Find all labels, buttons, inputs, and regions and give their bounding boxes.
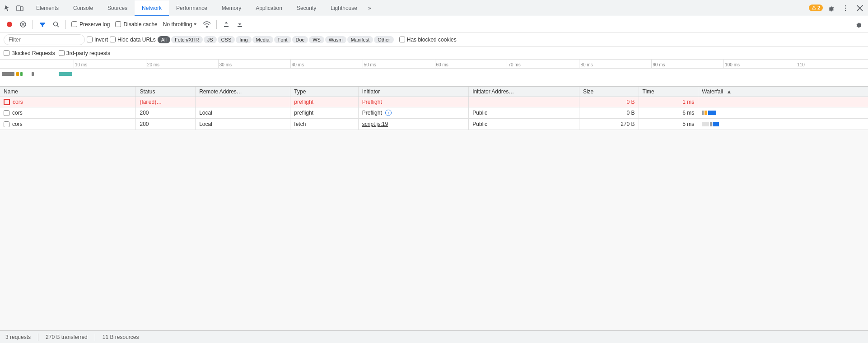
svg-rect-0 <box>17 6 20 11</box>
disable-cache-label: Disable cache <box>123 21 157 28</box>
ruler-tick-5: 50 ms <box>363 60 435 68</box>
tab-memory[interactable]: Memory <box>215 0 248 16</box>
timeline-area[interactable]: 10 ms 20 ms 30 ms 40 ms 50 ms 60 ms 70 m… <box>0 60 868 87</box>
third-party-requests-checkbox[interactable] <box>59 50 65 56</box>
tab-lighthouse[interactable]: Lighthouse <box>323 0 364 16</box>
row2-size: 0 B <box>579 107 639 119</box>
row3-remote-address: Local <box>196 119 290 130</box>
row2-name-cell: cors <box>0 107 136 119</box>
blocked-bar: Blocked Requests 3rd-party requests <box>0 47 868 60</box>
more-options-icon[interactable] <box>839 2 852 14</box>
row1-name: cors <box>13 99 23 105</box>
tab-bar-right: ⚠ 2 <box>809 2 866 14</box>
filter-type-doc[interactable]: Doc <box>292 36 308 43</box>
col-name[interactable]: Name <box>0 87 136 97</box>
record-button[interactable] <box>4 19 15 30</box>
wf-preview-bar-3 <box>20 72 23 76</box>
more-tabs-button[interactable]: » <box>364 0 375 16</box>
upload-icon[interactable] <box>220 19 232 30</box>
col-type[interactable]: Type <box>290 87 358 97</box>
table-row[interactable]: cors 200 Local fetch script.js:19 <box>0 119 868 130</box>
hide-data-urls-checkbox-label[interactable]: Hide data URLs <box>110 37 156 43</box>
filter-type-wasm[interactable]: Wasm <box>325 36 346 43</box>
tab-application[interactable]: Application <box>248 0 289 16</box>
ruler-tick-6: 60 ms <box>435 60 507 68</box>
col-remote-address[interactable]: Remote Addres… <box>196 87 290 97</box>
filter-input[interactable] <box>4 34 85 45</box>
filter-type-manifest[interactable]: Manifest <box>347 36 373 43</box>
ruler-tick-7: 70 ms <box>507 60 579 68</box>
has-blocked-cookies-checkbox[interactable] <box>399 37 405 42</box>
close-devtools-icon[interactable] <box>854 2 866 14</box>
tab-performance[interactable]: Performance <box>169 0 215 16</box>
throttle-select[interactable]: No throttling <box>161 20 200 28</box>
wifi-icon[interactable] <box>201 19 213 30</box>
col-size[interactable]: Size <box>579 87 639 97</box>
row3-status: 200 <box>136 119 196 130</box>
col-initiator[interactable]: Initiator <box>358 87 469 97</box>
devtools-icons <box>2 3 25 14</box>
preflight-reload-icon: ↑ <box>385 110 392 116</box>
filter-type-other[interactable]: Other <box>374 36 394 43</box>
row2-checkbox[interactable] <box>4 110 9 116</box>
table-row[interactable]: cors (failed)… preflight Preflight <box>0 97 868 107</box>
search-button[interactable] <box>50 19 62 30</box>
filter-type-all[interactable]: All <box>158 36 170 43</box>
row2-status: 200 <box>136 107 196 119</box>
row2-name: cors <box>12 110 23 116</box>
hide-data-urls-checkbox[interactable] <box>110 37 116 42</box>
network-table: Name Status Remote Addres… Type Initiato… <box>0 87 868 130</box>
row3-checkbox[interactable] <box>4 121 9 127</box>
invert-checkbox[interactable] <box>87 37 93 42</box>
filter-type-js[interactable]: JS <box>204 36 217 43</box>
row3-name: cors <box>12 121 23 127</box>
filter-type-fetch-xhr[interactable]: Fetch/XHR <box>171 36 203 43</box>
filter-toggle-button[interactable] <box>37 19 48 30</box>
filter-type-css[interactable]: CSS <box>218 36 235 43</box>
timeline-ruler: 10 ms 20 ms 30 ms 40 ms 50 ms 60 ms 70 m… <box>0 60 868 69</box>
filter-type-img[interactable]: Img <box>236 36 251 43</box>
row3-initiator-link[interactable]: script.js:19 <box>362 121 388 127</box>
tab-elements[interactable]: Elements <box>29 0 66 16</box>
network-settings-icon[interactable] <box>853 19 864 30</box>
status-bar: 3 requests 270 B transferred 11 B resour… <box>0 330 868 343</box>
error-icon <box>4 99 10 105</box>
clear-button[interactable] <box>17 19 29 30</box>
filter-type-media[interactable]: Media <box>252 36 273 43</box>
tab-security[interactable]: Security <box>289 0 323 16</box>
svg-point-4 <box>845 9 846 10</box>
col-status[interactable]: Status <box>136 87 196 97</box>
disable-cache-checkbox-label[interactable]: Disable cache <box>113 21 159 28</box>
ruler-tick-10: 100 ms <box>723 60 796 68</box>
cursor-icon[interactable] <box>2 3 13 14</box>
device-toggle-icon[interactable] <box>14 3 25 14</box>
settings-icon[interactable] <box>825 2 837 14</box>
has-blocked-cookies-label[interactable]: Has blocked cookies <box>399 37 457 43</box>
row1-remote-address <box>196 97 290 107</box>
wf-preview-bar-1 <box>2 72 14 76</box>
third-party-requests-checkbox-label[interactable]: 3rd-party requests <box>59 50 110 56</box>
tab-console[interactable]: Console <box>66 0 100 16</box>
filter-type-font[interactable]: Font <box>274 36 291 43</box>
row2-type: preflight <box>290 107 358 119</box>
row2-time: 6 ms <box>639 107 698 119</box>
blocked-requests-checkbox[interactable] <box>4 50 9 56</box>
invert-checkbox-label[interactable]: Invert <box>87 37 108 43</box>
preserve-log-checkbox-label[interactable]: Preserve log <box>70 21 112 28</box>
preserve-log-checkbox[interactable] <box>71 21 77 27</box>
tab-network[interactable]: Network <box>135 0 169 16</box>
ruler-tick-0 <box>0 60 74 68</box>
col-initiator-address[interactable]: Initiator Addres… <box>469 87 579 97</box>
filter-type-ws[interactable]: WS <box>309 36 324 43</box>
blocked-requests-checkbox-label[interactable]: Blocked Requests <box>4 50 55 56</box>
ruler-tick-2: 20 ms <box>146 60 218 68</box>
disable-cache-checkbox[interactable] <box>115 21 121 27</box>
row3-time: 5 ms <box>639 119 698 130</box>
col-waterfall[interactable]: Waterfall ▲ <box>698 87 868 97</box>
tab-sources[interactable]: Sources <box>100 0 135 16</box>
issue-badge[interactable]: ⚠ 2 <box>809 5 823 11</box>
download-icon[interactable] <box>234 19 246 30</box>
col-time[interactable]: Time <box>639 87 698 97</box>
table-row[interactable]: cors 200 Local preflight Preflight ↑ <box>0 107 868 119</box>
table-header: Name Status Remote Addres… Type Initiato… <box>0 87 868 97</box>
